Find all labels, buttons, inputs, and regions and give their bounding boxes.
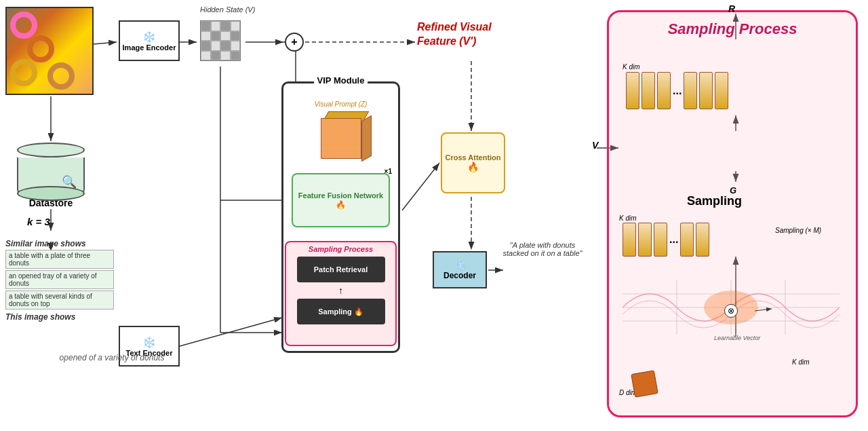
similar-title: Similar image shows — [5, 239, 114, 248]
patch-retrieval-inner-label: Patch Retrieval — [314, 265, 368, 274]
hidden-state-grid — [197, 17, 244, 64]
k-dim-right-label: K dim — [792, 358, 810, 366]
sampling-process-title: Sampling Process — [609, 12, 856, 38]
learnable-vector-label: Learnable Vector — [714, 335, 760, 341]
caption-text: opened of a variety of donuts — [0, 353, 224, 362]
diagram-container: ❄️ Image Encoder Hidden State (V) + Refi… — [0, 0, 868, 431]
mid-stacks: ... — [623, 223, 709, 257]
k-dim-top-label: K dim — [623, 63, 640, 71]
ffn-fire-icon: 🔥 — [336, 200, 346, 210]
svg-line-18 — [402, 163, 439, 210]
plus-symbol: + — [291, 36, 297, 48]
encoder-snowflake-icon: ❄️ — [142, 31, 156, 43]
decoder-label: Decoder — [443, 271, 476, 280]
ffn-label: Feature Fusion Network — [298, 191, 383, 200]
similar-item-2: an opened tray of a variety of donuts — [5, 270, 114, 289]
donut-image-content — [7, 8, 92, 94]
decoder-snowflake-icon: ❄️ — [454, 260, 466, 271]
sampling-sub-label: Sampling 🔥 — [318, 307, 363, 316]
k-equals-3-label: k = 3 — [27, 216, 50, 227]
vip-module-label: VIP Module — [314, 75, 368, 86]
this-image-title: This image shows — [5, 312, 114, 322]
cylinder-top — [17, 143, 85, 157]
visual-prompt-label: Visual Prompt (Z) — [283, 100, 398, 108]
sampling-inner-label: Sampling Process — [286, 242, 395, 253]
refined-line2: Feature (V') — [417, 35, 476, 47]
svg-line-2 — [94, 42, 117, 44]
decoder-box: ❄️ Decoder — [433, 251, 487, 288]
datastore-cylinder: 🔍 — [17, 143, 85, 195]
datastore-box: 🔍 Datastore — [14, 143, 88, 204]
r-arrow-label: R — [728, 3, 735, 14]
image-encoder-box: ❄️ Image Encoder — [119, 20, 180, 61]
cube-front-face — [321, 118, 361, 159]
image-encoder-label: Image Encoder — [123, 43, 176, 52]
v-arrow-label: V — [592, 140, 598, 151]
refined-visual-label: Refined Visual Feature (V') — [417, 20, 492, 49]
ffn-x1-label: ×1 — [384, 168, 392, 175]
svg-line-13 — [180, 318, 282, 346]
top-stacks: ... — [626, 72, 728, 109]
cross-attention-box: Cross Attention 🔥 — [441, 132, 505, 193]
similar-images-section: Similar image shows a table with a plate… — [5, 239, 114, 322]
patch-retrieval-inner-box: Patch Retrieval — [297, 257, 385, 282]
otimes-symbol: ⊗ — [724, 304, 738, 318]
cylinder-bottom — [17, 186, 85, 201]
visual-prompt-cube — [315, 111, 366, 162]
refined-line1: Refined Visual — [417, 21, 492, 33]
d-dim-cube — [631, 370, 658, 398]
sampling-big-label: Sampling — [687, 194, 742, 208]
cross-attention-fire-icon: 🔥 — [467, 162, 479, 172]
cube-side-face — [361, 115, 372, 162]
hidden-state-label: Hidden State (V) — [200, 5, 255, 14]
ffn-box: ×1 Feature Fusion Network 🔥 — [292, 173, 390, 227]
text-encoder-snowflake-icon: ❄️ — [142, 336, 156, 349]
plus-circle: + — [285, 33, 304, 52]
k-dim-mid-label: K dim — [619, 214, 637, 222]
sampling-sub-box: Sampling 🔥 — [297, 299, 385, 324]
output-text: "A plate with donuts stacked on it on a … — [502, 241, 583, 257]
sampling-xm-label: Sampling (× M) — [775, 227, 821, 234]
input-image — [5, 7, 94, 95]
cylinder-body: 🔍 — [17, 157, 85, 195]
similar-item-3: a table with several kinds of donuts on … — [5, 291, 114, 310]
similar-item-1: a table with a plate of three donuts — [5, 250, 114, 269]
cross-attention-label: Cross Attention — [445, 153, 500, 162]
sampling-process-big: Sampling Process K dim ... Patch Retriev… — [607, 10, 858, 417]
sampling-inner-box: Sampling Process Patch Retrieval ↑ Sampl… — [285, 241, 397, 346]
